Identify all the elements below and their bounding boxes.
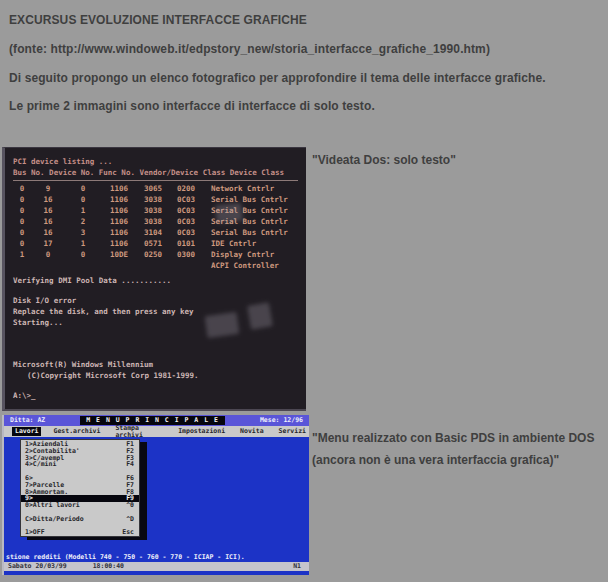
status-indicator: N1 [293,563,301,570]
table-row: 0163110631040C03Serial Bus Cntrlr [13,227,300,238]
dropdown-item-ammortam[interactable]: 8>Ammortam.F8 [21,489,139,496]
dos-boot-screenshot: PCI device listing ... Bus No. Device No… [2,147,306,411]
intro-paragraph-1: Di seguito propongo un elenco fotografic… [9,71,546,85]
table-row-acpi: ACPI Controller [13,260,300,271]
command-prompt: A:\>_ [13,390,300,401]
table-row: 090110630650200Network Cntrlr [13,183,300,194]
menu-item-impostazioni[interactable]: Impostazioni [175,427,228,436]
month-label: Mese: 12/96 [260,417,303,424]
pci-listing-title: PCI device listing ... [13,156,300,167]
pds-menu-screenshot: Ditta: AZ M E N U P R I N C I P A L E Me… [2,415,309,575]
verifying-dmi-line: Verifying DMI Pool Data ........... [13,275,300,286]
dropdown-item-ditta-periodo[interactable]: C>Ditta/Periodo^D [21,516,139,523]
pds-statusbar: Sabato 20/03/99 18:00:40 N1 [4,562,309,571]
lavori-dropdown-menu: 1>AziendaliF1 2>Contabilita'F2 3>C/avemp… [20,439,140,537]
replace-disk-line: Replace the disk, and then press any key [13,306,300,317]
table-row: 0160110630380C03Serial Bus Cntrlr [13,194,300,205]
disk-error-line: Disk I/O error [13,295,300,306]
status-date: Sabato 20/03/99 [8,563,67,570]
company-label: Ditta: AZ [10,417,45,424]
table-row: 0171110605710101IDE Cntrlr [13,238,300,249]
page-title: EXCURSUS EVOLUZIONE INTERFACCE GRAFICHE [9,13,307,27]
menu-item-gest-archivi[interactable]: Gest.archivi [50,427,103,436]
source-url-line: (fonte: http://www.windoweb.it/edpstory_… [9,42,490,56]
menu-item-stampa-archivi[interactable]: Stampa archivi [112,424,166,440]
dropdown-item-cmini[interactable]: 4>C/miniF4 [21,461,139,468]
dropdown-separator [21,468,139,475]
menu-item-lavori[interactable]: Lavori [12,427,41,436]
pds-menubar: Lavori Gest.archivi Stampa archivi Impos… [4,426,309,437]
dropdown-item-altri-lavori[interactable]: 0>Altri lavori^0 [21,502,139,509]
dropdown-item-off[interactable]: 1>OFFEsc [21,529,139,536]
status-time: 18:00:40 [93,563,124,570]
pds-description-line: stione redditi (Modelli 740 - 750 - 760 … [6,554,245,561]
menu-item-servizi[interactable]: Servizi [276,427,309,436]
caption-pds-menu: "Menu realizzato con Basic PDS in ambien… [312,427,594,471]
document-page: { "page": { "title": "EXCURSUS EVOLUZION… [0,0,608,582]
windows-version-line: Microsoft(R) Windows Millennium [13,359,300,370]
table-row: 0162110630380C03Serial Bus Cntrlr [13,216,300,227]
caption-dos-screen: "Videata Dos: solo testo" [312,149,456,171]
starting-line: Starting... [13,317,300,328]
copyright-line: (C)Copyright Microsoft Corp 1981-1999. [13,370,300,381]
divider [13,180,298,182]
intro-paragraph-2: Le prime 2 immagini sono interfacce di i… [9,99,375,113]
pci-table-header: Bus No. Device No. Func No. Vendor/Devic… [13,167,300,178]
table-row: 0161110630380C03Serial Bus Cntrlr [13,205,300,216]
table-row: 10010DE02500300Display Cntrlr [13,249,300,260]
menu-item-novita[interactable]: Novita [237,427,266,436]
